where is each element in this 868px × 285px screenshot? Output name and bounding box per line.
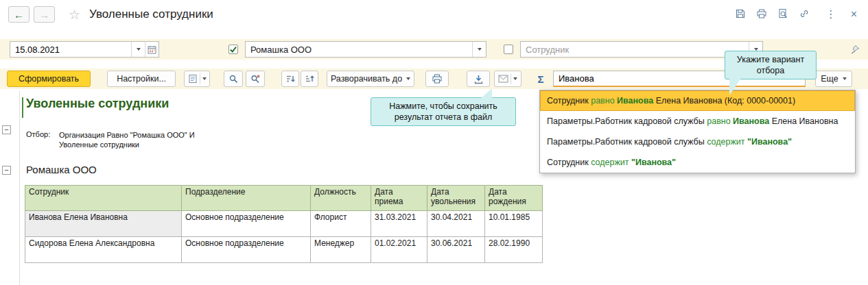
chevron-down-icon bbox=[478, 48, 482, 51]
chevron-down-icon bbox=[843, 77, 847, 80]
report-table-header-row: СотрудникПодразделениеДолжностьДата прие… bbox=[25, 186, 543, 211]
column-header[interactable]: Дата увольнения bbox=[427, 186, 485, 211]
save-tooltip-line: Нажмите, чтобы сохранить bbox=[377, 101, 510, 112]
org-combo-dropdown-button[interactable] bbox=[472, 42, 486, 57]
dropdown-item[interactable]: Параметры.Работник кадровой службы равно… bbox=[540, 111, 855, 132]
cancel-search-button[interactable] bbox=[246, 71, 265, 87]
find-button[interactable] bbox=[224, 71, 243, 87]
table-cell[interactable]: Иванова Елена Ивановна bbox=[25, 211, 182, 237]
divider bbox=[200, 73, 200, 84]
titlebar: ← → ☆ Уволенные сотрудники ⋮ × bbox=[0, 0, 868, 29]
variant-tooltip-line: отбора bbox=[731, 65, 810, 76]
save-tooltip: Нажмите, чтобы сохранить результат отчет… bbox=[371, 97, 516, 126]
page-title: Уволенные сотрудники bbox=[89, 8, 213, 21]
selection-line: Организация Равно "Ромашка ООО" И bbox=[59, 130, 195, 140]
column-header[interactable]: Должность bbox=[311, 186, 371, 211]
send-by-email-button[interactable] bbox=[494, 71, 521, 87]
pin-icon bbox=[850, 45, 860, 54]
download-icon bbox=[473, 74, 484, 84]
table-cell[interactable]: 01.02.2021 bbox=[371, 237, 427, 263]
table-cell[interactable]: Основное подразделение bbox=[182, 237, 311, 263]
table-cell[interactable]: 31.03.2021 bbox=[371, 211, 427, 237]
table-cell[interactable]: Сидорова Елена Александровна bbox=[25, 237, 182, 263]
column-header[interactable]: Дата приема bbox=[371, 186, 427, 211]
forward-button[interactable]: → bbox=[34, 6, 55, 23]
table-cell[interactable]: 28.02.1990 bbox=[485, 237, 543, 263]
dropdown-item-segment: Елена Ивановна bbox=[769, 116, 838, 126]
generate-button[interactable]: Сформировать bbox=[7, 71, 91, 87]
dropdown-item[interactable]: Сотрудник равно Иванова Елена Ивановна (… bbox=[540, 90, 855, 111]
search-variant-dropdown: Сотрудник равно Иванова Елена Ивановна (… bbox=[539, 90, 856, 173]
envelope-icon bbox=[498, 75, 508, 83]
more-button-label: Еще bbox=[821, 74, 838, 84]
dropdown-item[interactable]: Параметры.Работник кадровой службы содер… bbox=[540, 132, 855, 152]
report-variants-icon bbox=[188, 74, 198, 84]
settings-button[interactable]: Настройки... bbox=[107, 71, 176, 87]
table-cell[interactable]: Основное подразделение bbox=[182, 211, 311, 237]
dropdown-item-segment: "Иванова" bbox=[747, 137, 792, 147]
selection-line: Уволенные сотрудники bbox=[59, 140, 195, 149]
print-icon bbox=[432, 73, 443, 84]
titlebar-actions: ⋮ × bbox=[735, 8, 860, 21]
print-button[interactable] bbox=[425, 71, 449, 87]
sum-button[interactable]: Σ bbox=[532, 71, 549, 87]
report-variants-button[interactable] bbox=[184, 71, 210, 87]
calendar-icon bbox=[148, 45, 156, 54]
selection-value: Организация Равно "Ромашка ООО" И Уволен… bbox=[59, 130, 195, 149]
save-icon[interactable] bbox=[735, 8, 746, 21]
dropdown-item-segment: равно bbox=[707, 116, 733, 126]
close-icon[interactable]: × bbox=[851, 9, 857, 20]
app-window: ← → ☆ Уволенные сотрудники ⋮ × Ромашка О… bbox=[0, 0, 868, 285]
dropdown-item-segment: Сотрудник bbox=[547, 158, 591, 167]
report-table: СотрудникПодразделениеДолжностьДата прие… bbox=[25, 185, 543, 263]
org-filter-checkbox[interactable] bbox=[228, 45, 238, 54]
find-in-page-icon[interactable] bbox=[777, 8, 788, 21]
variant-tooltip-line: Укажите вариант bbox=[731, 54, 810, 65]
org-combo[interactable]: Ромашка ООО bbox=[245, 41, 486, 58]
more-button[interactable]: Еще bbox=[815, 71, 852, 87]
sort-asc-button[interactable] bbox=[281, 71, 299, 87]
dropdown-item-segment: равно bbox=[591, 96, 617, 106]
back-button[interactable]: ← bbox=[8, 6, 30, 23]
link-icon[interactable] bbox=[799, 8, 810, 21]
print-icon[interactable] bbox=[756, 8, 767, 21]
column-header[interactable]: Сотрудник bbox=[25, 186, 182, 211]
column-header[interactable]: Подразделение bbox=[182, 186, 311, 211]
save-to-file-button[interactable] bbox=[467, 71, 490, 87]
table-row: Сидорова Елена АлександровнаОсновное под… bbox=[25, 237, 543, 263]
table-cell[interactable]: Менеджер bbox=[311, 237, 371, 263]
dropdown-item-segment: "Иванова" bbox=[631, 158, 676, 167]
date-input[interactable] bbox=[10, 42, 131, 57]
expand-to-button[interactable]: Разворачивать до bbox=[327, 71, 414, 87]
sort-asc-icon bbox=[285, 74, 295, 84]
collapse-group-button[interactable]: − bbox=[2, 125, 11, 134]
back-arrow-icon: ← bbox=[14, 9, 24, 21]
table-cell[interactable]: 30.06.2021 bbox=[427, 237, 485, 263]
dropdown-item-segment: Параметры.Работник кадровой службы bbox=[547, 116, 707, 126]
dropdown-item[interactable]: Сотрудник содержит "Иванова" bbox=[540, 152, 855, 173]
report-table-body: Иванова Елена ИвановнаОсновное подраздел… bbox=[25, 211, 543, 263]
employee-filter-checkbox[interactable] bbox=[504, 45, 513, 54]
org-combo-value: Ромашка ООО bbox=[246, 45, 472, 55]
calendar-button[interactable] bbox=[145, 42, 159, 57]
table-cell[interactable]: 30.04.2021 bbox=[427, 211, 485, 237]
pin-settings-button[interactable] bbox=[850, 45, 860, 56]
collapse-group-button[interactable]: − bbox=[2, 166, 11, 175]
more-menu-icon[interactable]: ⋮ bbox=[825, 9, 836, 20]
find-icon bbox=[228, 74, 238, 84]
chevron-down-icon bbox=[513, 77, 517, 80]
favorite-star-icon[interactable]: ☆ bbox=[69, 7, 80, 23]
sort-desc-icon bbox=[305, 74, 314, 84]
report-title: Уволенные сотрудники bbox=[26, 97, 169, 111]
table-cell[interactable]: 10.01.1985 bbox=[485, 211, 543, 237]
save-tooltip-line: результат отчета в файл bbox=[377, 112, 510, 123]
sort-desc-button[interactable] bbox=[301, 71, 318, 87]
dropdown-item-segment: Параметры.Работник кадровой службы bbox=[547, 137, 707, 147]
date-dropdown-button[interactable] bbox=[131, 42, 145, 57]
column-header[interactable]: Дата рождения bbox=[485, 186, 543, 211]
dropdown-item-segment: Иванова bbox=[733, 116, 769, 126]
sheet-left-border bbox=[19, 91, 20, 285]
dropdown-item-segment: содержит bbox=[707, 137, 747, 147]
table-cell[interactable]: Флорист bbox=[311, 211, 371, 237]
dropdown-item-segment: содержит bbox=[591, 158, 631, 167]
